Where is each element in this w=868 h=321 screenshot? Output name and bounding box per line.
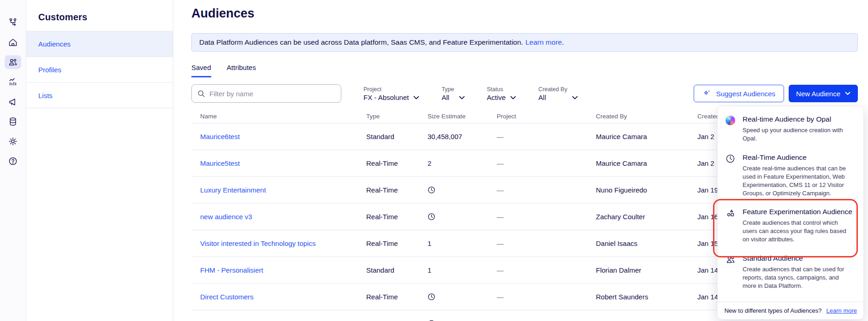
people-icon — [725, 254, 737, 290]
banner-learn-more-link[interactable]: Learn more — [525, 38, 562, 47]
size-estimate-cell: 1 — [428, 266, 497, 274]
sidebar-title: Customers — [26, 0, 173, 31]
created-by-cell: Maurice Camara — [596, 133, 697, 140]
clock-pending-icon — [428, 186, 497, 194]
audiences-page: Customers Audiences Profiles Lists Audie… — [0, 0, 868, 321]
menu-item-title: Real-time Audience by Opal — [743, 115, 850, 124]
audience-name-cell: new audience v3 — [200, 213, 366, 221]
menu-footer-text: New to different types of Audiences? — [725, 307, 822, 314]
size-estimate-cell — [428, 186, 497, 194]
chevron-down-icon — [572, 96, 578, 99]
tab-attributes[interactable]: Attributes — [227, 64, 256, 77]
menu-item-title: Real-Time Audience — [743, 153, 850, 163]
created-by-cell: Zachary Coulter — [596, 213, 697, 221]
chevron-down-icon — [413, 96, 419, 99]
type-filter[interactable]: Type All — [441, 86, 464, 101]
audience-name-link[interactable]: FHM - Personalisiert — [200, 266, 263, 274]
status-filter-label: Status — [487, 86, 506, 93]
sidebar-item-audiences[interactable]: Audiences — [26, 31, 173, 57]
settings-icon[interactable] — [5, 134, 21, 148]
tab-saved[interactable]: Saved — [191, 64, 211, 77]
col-size-estimate: Size Estimate — [428, 113, 497, 120]
sidebar-item-profiles[interactable]: Profiles — [26, 57, 173, 82]
audience-name-cell: FHM - Personalisiert — [200, 266, 366, 274]
menu-item-description: Create audiences that control which user… — [743, 219, 850, 244]
toolbar: Project FX - Absolunet Type All Status A… — [191, 84, 858, 103]
audience-type-cell: Real-Time — [366, 293, 428, 301]
sidebar: Customers Audiences Profiles Lists — [26, 0, 173, 321]
type-filter-label: Type — [441, 86, 454, 93]
menu-item-description: Create real-time audiences that can be u… — [743, 164, 850, 198]
col-created-by: Created By — [596, 113, 697, 120]
menu-footer-learn-more-link[interactable]: Learn more — [826, 307, 857, 314]
audience-type-cell: Real-Time — [366, 186, 428, 194]
created-by-filter-label: Created By — [538, 86, 567, 93]
audience-type-cell: Standard — [366, 266, 428, 274]
size-estimate-cell: 2 — [428, 159, 497, 167]
sparkle-icon — [702, 89, 712, 98]
project-cell: — — [497, 239, 596, 247]
icon-rail — [0, 0, 26, 321]
created-by-cell: Maurice Camara — [596, 159, 697, 167]
project-cell: — — [497, 293, 596, 301]
filter-by-name-search[interactable] — [191, 84, 341, 103]
created-by-filter[interactable]: Created By All — [538, 86, 578, 101]
menu-item-feature-experimentation-audience[interactable]: Feature Experimentation Audience Create … — [718, 203, 863, 249]
campaigns-icon[interactable] — [5, 95, 21, 109]
search-icon — [197, 90, 205, 98]
menu-item-realtime-audience[interactable]: Real-Time Audience Create real-time audi… — [718, 148, 863, 203]
audience-name-link[interactable]: Luxury Entertainment — [200, 186, 266, 194]
project-cell: — — [497, 186, 596, 194]
audience-name-link[interactable]: Direct Customers — [200, 293, 254, 301]
size-estimate-cell — [428, 293, 497, 301]
suggest-audiences-button[interactable]: Suggest Audiences — [694, 85, 784, 102]
status-filter[interactable]: Status Active — [487, 86, 517, 101]
customers-icon[interactable] — [5, 55, 21, 69]
sidebar-item-lists[interactable]: Lists — [26, 82, 173, 108]
audience-type-cell: Real-Time — [366, 159, 428, 167]
tabs: Saved Attributes — [191, 64, 858, 77]
shapes-icon — [725, 207, 737, 244]
project-cell: — — [497, 266, 596, 274]
size-estimate-cell: 30,458,007 — [428, 133, 497, 140]
audience-name-cell: Maurice6test — [200, 133, 366, 140]
status-filter-value: Active — [487, 93, 506, 101]
search-input[interactable] — [209, 90, 335, 98]
audience-name-cell: Direct Customers — [200, 293, 366, 301]
project-filter[interactable]: Project FX - Absolunet — [363, 86, 419, 101]
audience-name-cell: Visitor interested in Technology topics — [200, 239, 366, 247]
analytics-icon[interactable] — [5, 75, 21, 89]
menu-item-title: Standard Audience — [743, 254, 850, 263]
audience-type-cell: Real-Time — [366, 213, 428, 221]
size-estimate-cell: 1 — [428, 239, 497, 247]
help-icon[interactable] — [5, 154, 21, 168]
size-estimate-cell — [428, 213, 497, 221]
menu-item-title: Feature Experimentation Audience — [743, 207, 852, 217]
new-audience-menu: Real-time Audience by Opal Speed up your… — [717, 106, 864, 320]
col-name: Name — [200, 113, 366, 120]
audience-name-link[interactable]: Maurice6test — [200, 133, 240, 140]
chevron-down-icon — [510, 96, 516, 99]
home-icon[interactable] — [5, 35, 21, 49]
audience-type-cell: Standard — [366, 133, 428, 140]
new-audience-button[interactable]: New Audience — [789, 85, 858, 102]
audience-name-cell: Luxury Entertainment — [200, 186, 366, 194]
menu-item-standard-audience[interactable]: Standard Audience Create audiences that … — [718, 249, 863, 296]
audience-name-cell: Maurice5test — [200, 159, 366, 167]
project-filter-value: FX - Absolunet — [363, 93, 409, 101]
clock-icon — [725, 153, 737, 198]
chevron-down-icon — [845, 92, 850, 95]
audience-type-cell: Real-Time — [366, 239, 428, 247]
audience-name-link[interactable]: Visitor interested in Technology topics — [200, 239, 315, 247]
menu-item-realtime-opal[interactable]: Real-time Audience by Opal Speed up your… — [718, 110, 863, 148]
created-by-cell: Nuno Figueiredo — [596, 186, 697, 194]
created-by-cell: Robert Saunders — [596, 293, 697, 301]
data-icon[interactable] — [5, 115, 21, 128]
project-cell: — — [497, 213, 596, 221]
created-by-cell: Florian Dalmer — [596, 266, 697, 274]
info-banner: Data Platform Audiences can be used acro… — [191, 33, 858, 52]
audience-name-link[interactable]: Maurice5test — [200, 159, 240, 167]
project-cell: — — [497, 133, 596, 140]
audience-name-link[interactable]: new audience v3 — [200, 213, 252, 221]
journey-icon[interactable] — [5, 16, 21, 29]
